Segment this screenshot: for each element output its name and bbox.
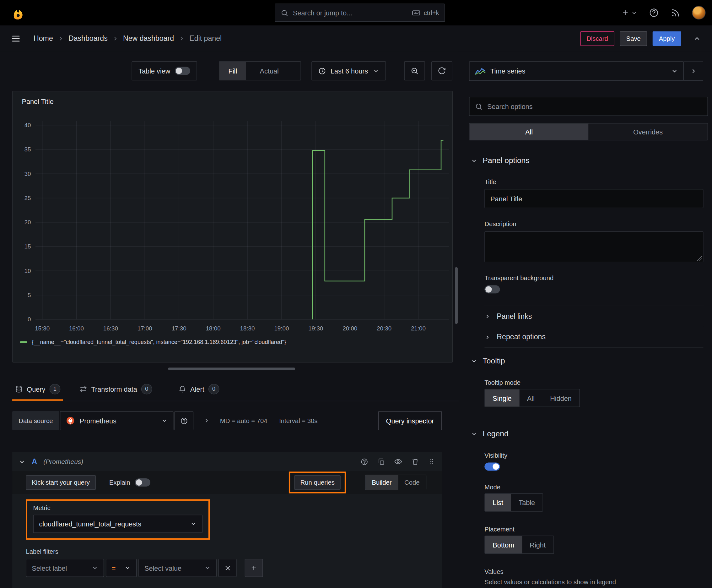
add-filter-button[interactable]: [245, 559, 263, 577]
drag-handle-icon[interactable]: [428, 458, 435, 465]
grafana-logo-icon[interactable]: [10, 4, 26, 21]
tooltip-mode-single[interactable]: Single: [485, 390, 519, 407]
breadcrumb-dashboards[interactable]: Dashboards: [68, 34, 108, 42]
remove-filter-button[interactable]: [218, 559, 237, 577]
time-range-picker[interactable]: Last 6 hours: [311, 61, 386, 80]
breadcrumb-home[interactable]: Home: [34, 34, 53, 42]
help-icon[interactable]: [649, 8, 659, 18]
run-queries-button[interactable]: Run queries: [295, 475, 341, 490]
chevron-down-icon: [631, 10, 637, 16]
global-search-input[interactable]: [293, 9, 408, 17]
search-icon: [475, 102, 483, 110]
legend-mode-list[interactable]: List: [485, 494, 511, 511]
explain-toggle[interactable]: [135, 478, 150, 486]
builder-option[interactable]: Builder: [365, 475, 398, 490]
table-view-toggle[interactable]: [175, 67, 190, 75]
tab-transform-data[interactable]: Transform data 0: [77, 378, 155, 401]
transparent-background-toggle[interactable]: [484, 285, 500, 293]
chart-legend[interactable]: {__name__="cloudflared_tunnel_total_requ…: [20, 339, 286, 345]
tooltip-mode-hidden[interactable]: Hidden: [542, 390, 580, 407]
title-label: Title: [484, 178, 496, 185]
svg-text:21:00: 21:00: [411, 325, 426, 332]
query-inspector-button[interactable]: Query inspector: [378, 411, 442, 430]
visualization-picker[interactable]: Time series: [469, 61, 684, 81]
tooltip-header[interactable]: Tooltip: [471, 357, 505, 365]
time-series-viz-icon: [475, 67, 486, 75]
chevron-up-icon[interactable]: [693, 34, 701, 42]
tab-query[interactable]: Query 1: [12, 378, 63, 401]
kick-start-query-button[interactable]: Kick start your query: [26, 475, 95, 490]
save-button[interactable]: Save: [620, 31, 647, 45]
panel-resize-handle[interactable]: [168, 368, 295, 370]
duplicate-icon[interactable]: [377, 458, 385, 465]
discard-button[interactable]: Discard: [580, 31, 614, 45]
tab-overrides[interactable]: Overrides: [589, 123, 708, 140]
user-avatar[interactable]: [692, 6, 706, 19]
panel-options-title: Panel options: [483, 156, 530, 166]
select-label-dropdown[interactable]: Select label: [26, 559, 104, 577]
tooltip-mode-all[interactable]: All: [519, 390, 542, 407]
panel-preview: Panel Title 15:3016:0016:3017:0017:3018:…: [12, 91, 453, 362]
chevron-down-icon: [373, 68, 379, 74]
operator-value: =: [112, 564, 116, 572]
help-icon[interactable]: [360, 458, 368, 465]
grafana-edit-panel-page: ctrl+k Home Dashboards New dashboard Edi…: [0, 0, 712, 588]
legend-visibility-toggle[interactable]: [484, 462, 500, 470]
editor-tabs: Query 1 Transform data 0 Alert 0: [12, 378, 459, 401]
bell-icon: [178, 385, 186, 393]
hide-query-icon[interactable]: [394, 458, 402, 466]
panel-title-input[interactable]: [484, 189, 703, 208]
chevron-right-icon: [484, 334, 490, 340]
zoom-out-button[interactable]: [404, 61, 425, 80]
new-menu-button[interactable]: [621, 8, 637, 17]
datasource-help-button[interactable]: [175, 411, 194, 430]
news-rss-icon[interactable]: [671, 8, 680, 17]
left-scrollbar[interactable]: [455, 267, 458, 324]
fill-option[interactable]: Fill: [219, 62, 246, 80]
select-value-dropdown[interactable]: Select value: [138, 559, 217, 577]
tab-all[interactable]: All: [470, 123, 589, 140]
query-editor-body: Kick start your query Explain Run querie…: [12, 471, 442, 588]
legend-mode-table[interactable]: Table: [511, 494, 543, 511]
help-icon: [180, 417, 188, 425]
options-search[interactable]: [469, 97, 708, 116]
code-option[interactable]: Code: [398, 475, 426, 490]
panel-options-header[interactable]: Panel options: [471, 156, 530, 166]
legend-header[interactable]: Legend: [471, 429, 509, 439]
legend-placement-right[interactable]: Right: [522, 536, 554, 553]
hamburger-menu-icon[interactable]: [11, 33, 21, 43]
svg-text:25: 25: [24, 195, 31, 201]
global-search[interactable]: ctrl+k: [275, 4, 445, 22]
chart-canvas[interactable]: 15:3016:0016:3017:0017:3018:0018:3019:00…: [16, 112, 450, 336]
query-row-header[interactable]: A (Prometheus): [12, 452, 442, 471]
toggle-viz-picker-button[interactable]: [684, 61, 703, 81]
trash-icon[interactable]: [411, 458, 419, 465]
svg-text:18:30: 18:30: [240, 325, 255, 332]
breadcrumb-new-dashboard[interactable]: New dashboard: [123, 34, 174, 42]
svg-text:10: 10: [24, 268, 31, 274]
description-textarea[interactable]: [484, 231, 703, 262]
query-ref-id: A: [32, 458, 37, 466]
chevron-down-icon[interactable]: [19, 458, 25, 465]
operator-dropdown[interactable]: =: [106, 559, 136, 577]
legend-placement-bottom[interactable]: Bottom: [485, 536, 522, 553]
metric-select[interactable]: cloudflared_tunnel_total_requests: [33, 515, 203, 533]
database-icon: [15, 385, 23, 393]
resize-corner-icon[interactable]: [697, 256, 702, 261]
label-filters-row: Select label = Select value: [26, 559, 428, 577]
options-search-input[interactable]: [487, 102, 702, 110]
datasource-picker[interactable]: Prometheus: [60, 411, 174, 430]
tab-query-label: Query: [27, 385, 45, 393]
breadcrumb-edit-panel: Edit panel: [189, 34, 222, 42]
chevron-right-icon[interactable]: [204, 417, 210, 424]
apply-button[interactable]: Apply: [652, 31, 681, 45]
refresh-button[interactable]: [431, 61, 452, 80]
legend-mode-group: List Table: [484, 493, 543, 512]
svg-text:20:00: 20:00: [343, 325, 357, 332]
tab-alert[interactable]: Alert 0: [176, 378, 222, 401]
actual-option[interactable]: Actual: [251, 62, 288, 80]
repeat-options-section[interactable]: Repeat options: [484, 327, 703, 348]
panel-links-section[interactable]: Panel links: [484, 306, 703, 327]
explain-control: Explain: [109, 478, 150, 486]
svg-text:17:30: 17:30: [172, 325, 187, 332]
